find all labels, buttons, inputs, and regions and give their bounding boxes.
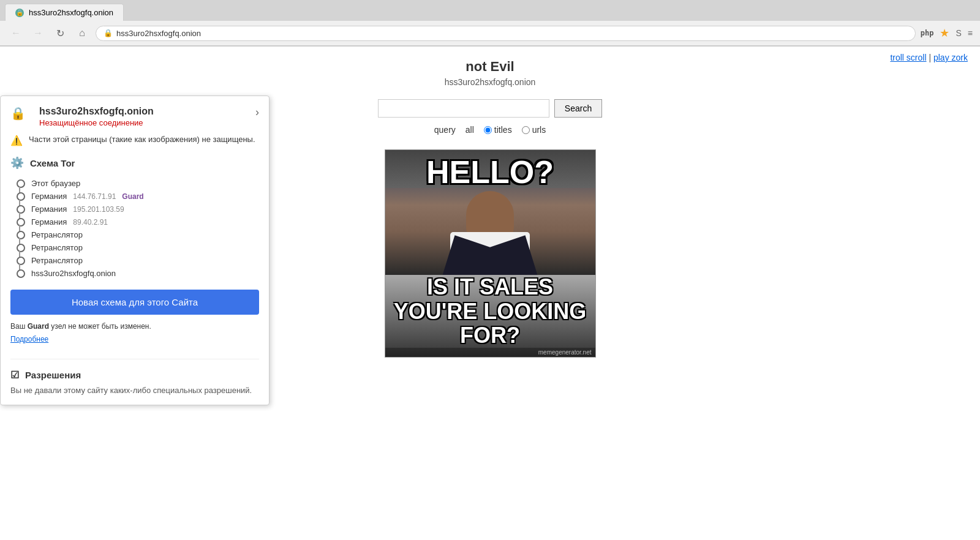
tor-node-ip-3: 89.40.2.91 — [73, 218, 108, 227]
search-input[interactable] — [378, 99, 549, 118]
meme-face-area — [385, 188, 595, 275]
bookmark-star-icon[interactable]: ★ — [940, 26, 949, 40]
browser-chrome: 🔒 hss3uro2hsxfogfq.onion ← → ↻ ⌂ 🔒 hss3u… — [0, 0, 980, 47]
tab-security-icon: 🔒 — [15, 9, 24, 17]
permissions-icon: ☑ — [10, 369, 19, 381]
tab-title: hss3uro2hsxfogfq.onion — [29, 8, 113, 17]
tor-node-7: hss3uro2hsxfogfq.onion — [17, 267, 259, 280]
site-title: not Evil — [466, 59, 514, 75]
meme-image-container: HELLO? IS IT SALES YOU'RE LOOKING FOR? m… — [385, 149, 596, 358]
dropdown-header: 🔒 hss3uro2hsxfogfq.onion Незащищённое со… — [10, 106, 259, 127]
tor-node-label-2: Германия — [31, 204, 67, 214]
dropdown-domain: hss3uro2hsxfogfq.onion — [39, 106, 154, 117]
tor-node-3: Германия 89.40.2.91 — [17, 216, 259, 228]
tor-node-2: Германия 195.201.103.59 — [17, 203, 259, 216]
lock-icon: 🔒 — [104, 29, 113, 37]
meme-bottom-text: IS IT SALES YOU'RE LOOKING FOR? — [385, 275, 595, 348]
tor-node-label-7: hss3uro2hsxfogfq.onion — [31, 269, 116, 278]
tor-header: ⚙️ Схема Tor — [10, 156, 259, 170]
tor-node-label-3: Германия — [31, 217, 67, 227]
search-button[interactable]: Search — [554, 99, 602, 118]
query-label: query — [434, 125, 456, 135]
troll-links: troll scroll | play zork — [890, 53, 968, 62]
dropdown-lock-icon: 🔒 — [10, 106, 26, 121]
urls-radio[interactable] — [522, 126, 530, 134]
url-text: hss3uro2hsxfogfq.onion — [116, 29, 908, 38]
tor-node-4: Ретранслятор — [17, 228, 259, 241]
more-link[interactable]: Подробнее — [10, 335, 48, 343]
home-button[interactable]: ⌂ — [74, 24, 91, 42]
meme-image: HELLO? IS IT SALES YOU'RE LOOKING FOR? m… — [385, 150, 595, 357]
tor-node-ip-1: 144.76.71.91 — [73, 192, 116, 201]
titles-radio-option[interactable]: titles — [484, 125, 512, 135]
tor-circuit: Этот браузер Германия 144.76.71.91 Guard… — [17, 177, 259, 280]
site-domain: hss3uro2hsxfogfq.onion — [445, 77, 536, 87]
tor-node-1: Германия 144.76.71.91 Guard — [17, 190, 259, 203]
php-label: php — [921, 29, 934, 37]
permissions-label: Разрешения — [25, 370, 81, 380]
tor-node-label-1: Германия — [31, 192, 67, 201]
link-separator: | — [929, 53, 933, 62]
nav-bar: ← → ↻ ⌂ 🔒 hss3uro2hsxfogfq.onion php ★ S… — [0, 21, 980, 46]
nav-right-controls: php ★ S ≡ — [921, 26, 973, 40]
guard-note: Ваш Guard узел не может быть изменен. — [10, 322, 259, 331]
guard-word: Guard — [28, 322, 49, 331]
sync-icon[interactable]: S — [956, 28, 961, 38]
tor-node-ip-2: 195.201.103.59 — [73, 205, 124, 214]
tor-schema-label: Схема Tor — [30, 158, 75, 168]
tor-node-6: Ретранслятор — [17, 254, 259, 267]
tor-node-label-4: Ретранслятор — [31, 230, 83, 239]
warning-text: Части этой страницы (такие как изображен… — [29, 135, 255, 144]
tor-node-label-6: Ретранслятор — [31, 256, 83, 265]
url-bar[interactable]: 🔒 hss3uro2hsxfogfq.onion — [96, 26, 916, 41]
tab-bar: 🔒 hss3uro2hsxfogfq.onion — [0, 0, 980, 21]
play-zork-link[interactable]: play zork — [933, 53, 968, 62]
page-wrapper: 🔒 hss3uro2hsxfogfq.onion Незащищённое со… — [0, 47, 980, 540]
titles-radio[interactable] — [484, 126, 492, 134]
tor-node-label-0: Этот браузер — [31, 179, 80, 188]
back-button[interactable]: ← — [7, 24, 24, 42]
tor-node-label-5: Ретранслятор — [31, 243, 83, 252]
titles-label: titles — [494, 125, 512, 135]
tor-node-guard-1: Guard — [122, 192, 143, 201]
search-form: Search — [378, 99, 602, 118]
dropdown-insecure-label: Незащищённое соединение — [39, 118, 154, 127]
tor-node-5: Ретранслятор — [17, 241, 259, 254]
refresh-button[interactable]: ↻ — [51, 24, 69, 42]
meme-top-text: HELLO? — [420, 150, 560, 188]
new-circuit-button[interactable]: Новая схема для этого Сайта — [10, 290, 259, 315]
tor-section: ⚙️ Схема Tor Этот браузер Германия 144.7… — [10, 156, 259, 344]
urls-radio-option[interactable]: urls — [522, 125, 546, 135]
troll-scroll-link[interactable]: troll scroll — [890, 53, 926, 62]
dropdown-panel: 🔒 hss3uro2hsxfogfq.onion Незащищённое со… — [0, 96, 270, 405]
active-tab[interactable]: 🔒 hss3uro2hsxfogfq.onion — [5, 4, 124, 21]
permissions-text: Вы не давали этому сайту каких-либо спец… — [10, 386, 259, 395]
all-radio-option[interactable]: all — [466, 125, 474, 135]
tor-icon: ⚙️ — [10, 156, 24, 170]
permissions-header: ☑ Разрешения — [10, 369, 259, 381]
search-options: query all titles urls — [434, 125, 546, 135]
urls-label: urls — [532, 125, 546, 135]
all-label: all — [466, 125, 474, 135]
warning-icon: ⚠️ — [10, 135, 23, 146]
dropdown-warning: ⚠️ Части этой страницы (такие как изобра… — [10, 135, 259, 146]
dropdown-arrow-icon[interactable]: › — [255, 106, 259, 119]
meme-watermark: memegenerator.net — [385, 348, 595, 357]
menu-icon[interactable]: ≡ — [968, 28, 973, 38]
permissions-section: ☑ Разрешения Вы не давали этому сайту ка… — [10, 359, 259, 395]
tor-node-0: Этот браузер — [17, 177, 259, 190]
forward-button[interactable]: → — [29, 24, 47, 42]
